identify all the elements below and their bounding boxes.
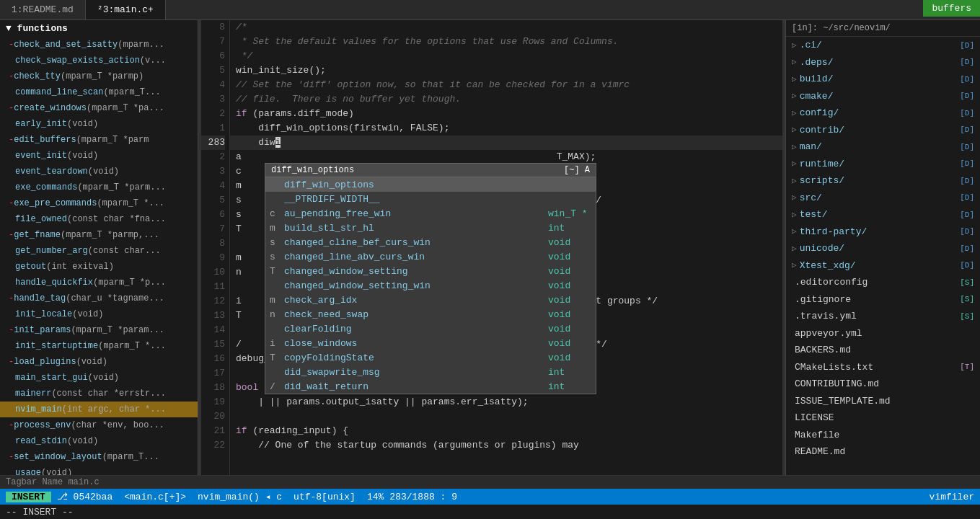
- function-item[interactable]: event_init(void): [0, 148, 198, 164]
- function-item[interactable]: -process_env(char *env, boo...: [0, 417, 198, 433]
- func-name: exe_commands: [15, 182, 77, 192]
- file-item[interactable]: .travis.yml[S]: [786, 308, 980, 325]
- func-args: (mparm_T *...: [98, 341, 166, 351]
- function-item[interactable]: nvim_main(int argc, char *...: [0, 402, 198, 417]
- function-item[interactable]: -edit_buffers(mparm_T *parm: [0, 132, 198, 148]
- code-area[interactable]: /* * Set the default values for the opti…: [230, 20, 782, 475]
- file-name: build/: [800, 72, 958, 86]
- autocomplete-item[interactable]: clearFoldingvoid: [265, 321, 596, 336]
- file-arrow-icon: ▷: [792, 56, 797, 68]
- file-item[interactable]: ▷src/[D]: [786, 190, 980, 207]
- file-item[interactable]: ▷man/[D]: [786, 138, 980, 156]
- autocomplete-item[interactable]: /did_wait_returnint: [265, 379, 596, 394]
- function-item[interactable]: exe_commands(mparm_T *parm...: [0, 179, 198, 195]
- func-args: (mparm_T *parm...: [77, 182, 165, 192]
- file-item[interactable]: Makefile: [786, 427, 980, 444]
- file-item[interactable]: .editorconfig[S]: [786, 274, 980, 291]
- file-item[interactable]: .gitignore[S]: [786, 291, 980, 309]
- tab-readme[interactable]: 1:README.md: [0, 0, 86, 19]
- line-number: 14: [201, 323, 225, 337]
- function-item[interactable]: -load_plugins(void): [0, 354, 198, 370]
- file-item[interactable]: ▷.ci/[D]: [786, 37, 980, 54]
- autocomplete-item[interactable]: mbuild_stl_str_hlint: [265, 221, 596, 235]
- function-item[interactable]: -check_and_set_isatty(mparm...: [0, 37, 198, 53]
- func-args: (mparm_T *parmp,...: [61, 230, 159, 240]
- function-item[interactable]: command_line_scan(mparm_T...: [0, 84, 198, 100]
- autocomplete-item[interactable]: mcheck_arg_idxvoid: [265, 293, 596, 307]
- function-item[interactable]: -handle_tag(char_u *tagname...: [0, 290, 198, 306]
- file-item[interactable]: ▷.deps/[D]: [786, 54, 980, 71]
- file-item[interactable]: ▷third-party/[D]: [786, 223, 980, 241]
- file-tag: [D]: [960, 107, 974, 120]
- autocomplete-item[interactable]: Tchanged_window_settingvoid: [265, 264, 596, 278]
- autocomplete-dropdown[interactable]: diff_win_options [~] A diff_win_options_…: [265, 163, 596, 394]
- file-name: .ci/: [800, 38, 958, 53]
- ac-kind: m: [270, 295, 281, 306]
- file-tag: [D]: [960, 124, 974, 136]
- file-item[interactable]: ▷scripts/[D]: [786, 172, 980, 190]
- function-item[interactable]: -check_tty(mparm_T *parmp): [0, 68, 198, 84]
- autocomplete-item[interactable]: schanged_cline_bef_curs_winvoid: [265, 235, 596, 249]
- file-arrow-icon: ▷: [792, 90, 797, 102]
- file-item[interactable]: ▷test/[D]: [786, 206, 980, 223]
- file-tag: [T]: [960, 361, 974, 373]
- function-item[interactable]: check_swap_exists_action(v...: [0, 53, 198, 68]
- line-number: 10: [201, 265, 225, 280]
- autocomplete-item[interactable]: changed_window_setting_winvoid: [265, 278, 596, 293]
- tab-main-c[interactable]: ²3:main.c+: [86, 0, 166, 19]
- autocomplete-item[interactable]: schanged_line_abv_curs_winvoid: [265, 249, 596, 264]
- function-item[interactable]: -set_window_layout(mparm_T...: [0, 449, 198, 465]
- file-item[interactable]: README.md: [786, 443, 980, 461]
- file-name: .travis.yml: [795, 309, 957, 324]
- function-item[interactable]: getout(int exitval): [0, 259, 198, 275]
- file-name: appveyor.yml: [795, 327, 971, 341]
- autocomplete-item[interactable]: diff_win_options: [265, 177, 596, 192]
- function-item[interactable]: mainerr(const char *errstr...: [0, 386, 198, 402]
- file-item[interactable]: ▷unicode/[D]: [786, 240, 980, 257]
- function-item[interactable]: handle_quickfix(mparm_T *p...: [0, 275, 198, 290]
- ac-name: changed_line_abv_curs_win: [284, 252, 542, 262]
- tab-bar: 1:README.md ²3:main.c+ buffers: [0, 0, 980, 20]
- line-number: 20: [201, 409, 225, 424]
- file-item[interactable]: ▷build/[D]: [786, 71, 980, 88]
- function-item[interactable]: get_number_arg(const char...: [0, 243, 198, 259]
- function-item[interactable]: -init_params(mparm_T *param...: [0, 322, 198, 338]
- function-item[interactable]: read_stdin(void): [0, 433, 198, 449]
- autocomplete-item[interactable]: TcopyFoldingStatevoid: [265, 350, 596, 365]
- file-item[interactable]: ISSUE_TEMPLATE.md: [786, 393, 980, 410]
- file-item[interactable]: LICENSE: [786, 409, 980, 427]
- function-item[interactable]: usage(void): [0, 465, 198, 475]
- function-item[interactable]: file_owned(const char *fna...: [0, 211, 198, 227]
- autocomplete-item[interactable]: __PTRDIFF_WIDTH__: [265, 192, 596, 206]
- file-item[interactable]: ▷contrib/[D]: [786, 122, 980, 139]
- ac-type: void: [548, 266, 591, 277]
- autocomplete-item[interactable]: ncheck_need_swapvoid: [265, 307, 596, 321]
- function-item[interactable]: main_start_gui(void): [0, 370, 198, 386]
- function-item[interactable]: early_init(void): [0, 116, 198, 132]
- func-name: command_line_scan: [15, 87, 103, 97]
- file-item[interactable]: CONTRIBUTING.md: [786, 376, 980, 393]
- file-item[interactable]: appveyor.yml: [786, 325, 980, 342]
- function-item[interactable]: -create_windows(mparm_T *pa...: [0, 100, 198, 116]
- file-item[interactable]: ▷config/[D]: [786, 105, 980, 122]
- function-item[interactable]: -get_fname(mparm_T *parmp,...: [0, 227, 198, 243]
- function-item[interactable]: init_startuptime(mparm_T *...: [0, 338, 198, 354]
- line-number: 17: [201, 366, 225, 381]
- file-item[interactable]: CMakeLists.txt[T]: [786, 359, 980, 376]
- file-tag: [S]: [960, 311, 974, 323]
- buffers-button[interactable]: buffers: [923, 0, 980, 17]
- autocomplete-item[interactable]: cau_pending_free_winwin_T *: [265, 206, 596, 221]
- file-item[interactable]: BACKERS.md: [786, 342, 980, 359]
- autocomplete-item[interactable]: iclose_windowsvoid: [265, 336, 596, 350]
- function-item[interactable]: init_locale(void): [0, 306, 198, 322]
- ac-name: check_arg_idx: [284, 295, 542, 306]
- function-item[interactable]: -exe_pre_commands(mparm_T *...: [0, 195, 198, 211]
- file-name: CMakeLists.txt: [795, 360, 957, 375]
- file-item[interactable]: ▷cmake/[D]: [786, 88, 980, 105]
- function-item[interactable]: event_teardown(void): [0, 164, 198, 179]
- autocomplete-item[interactable]: did_swapwrite_msgint: [265, 365, 596, 379]
- ac-name: close_windows: [284, 338, 542, 349]
- file-item[interactable]: ▷Xtest_xdg/[D]: [786, 257, 980, 275]
- code-line: if (reading_input) {: [230, 424, 782, 438]
- file-item[interactable]: ▷runtime/[D]: [786, 156, 980, 173]
